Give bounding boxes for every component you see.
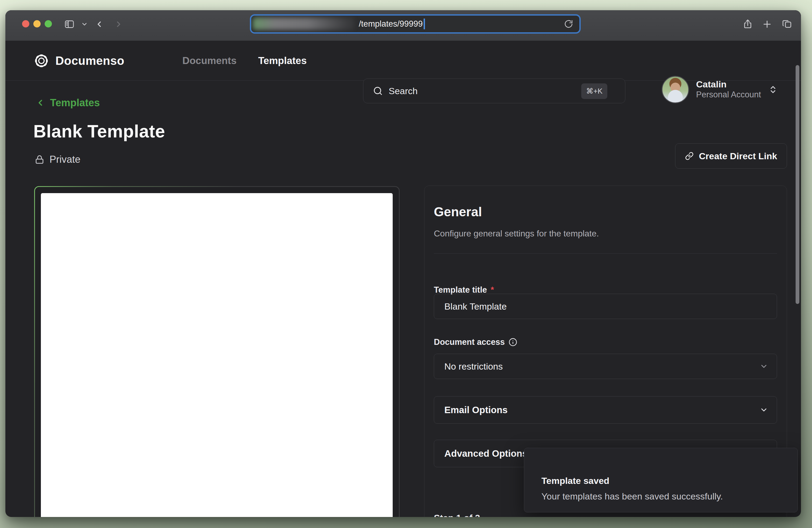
share-icon[interactable] xyxy=(742,18,753,31)
toast-notification: Template saved Your templates has been s… xyxy=(524,448,798,512)
template-title-field[interactable] xyxy=(434,294,777,319)
avatar xyxy=(662,76,689,103)
toast-message: Your templates has been saved successful… xyxy=(541,491,723,502)
forward-button-icon[interactable] xyxy=(114,18,123,31)
address-bar[interactable]: /templates/99999 xyxy=(250,14,581,34)
chevron-down-icon xyxy=(759,406,768,414)
documenso-logo-icon xyxy=(33,53,49,69)
browser-window: /templates/99999 xyxy=(5,10,801,517)
search-input[interactable]: Search ⌘+K xyxy=(363,78,625,103)
browser-toolbar: /templates/99999 xyxy=(5,10,801,41)
nav-templates[interactable]: Templates xyxy=(258,41,307,81)
nav-documents[interactable]: Documents xyxy=(182,41,236,81)
back-button-icon[interactable] xyxy=(95,18,104,31)
tab-overview-icon[interactable] xyxy=(782,18,792,31)
chevron-left-icon xyxy=(35,98,45,107)
toast-title: Template saved xyxy=(541,475,609,486)
visibility-status: Private xyxy=(35,154,81,165)
breadcrumb-label: Templates xyxy=(50,97,100,109)
panel-title: General xyxy=(434,204,482,219)
lock-icon xyxy=(35,155,44,164)
document-access-label: Document access xyxy=(434,337,517,347)
panel-divider xyxy=(434,253,777,254)
advanced-options-label: Advanced Options xyxy=(434,448,527,459)
chevron-down-icon xyxy=(759,362,768,371)
search-icon xyxy=(373,86,383,96)
breadcrumb[interactable]: Templates xyxy=(35,96,100,110)
url-text: /templates/99999 xyxy=(359,16,425,32)
sidebar-menu-chevron-down-icon[interactable] xyxy=(78,18,90,31)
brand[interactable]: Documenso xyxy=(33,41,124,81)
blank-pdf-page xyxy=(41,193,393,517)
create-direct-link-button[interactable]: Create Direct Link xyxy=(675,143,787,168)
link-icon xyxy=(685,152,694,160)
page-title: Blank Template xyxy=(33,121,165,142)
new-tab-icon[interactable] xyxy=(762,18,772,31)
document-access-select[interactable]: No restrictions xyxy=(434,354,777,379)
step-indicator: Step 1 of 3 xyxy=(434,513,480,517)
document-access-value: No restrictions xyxy=(434,361,503,372)
template-title-input[interactable] xyxy=(434,301,777,312)
desktop: /templates/99999 xyxy=(0,0,812,528)
search-shortcut-badge: ⌘+K xyxy=(581,83,607,99)
document-preview-card xyxy=(34,186,400,517)
panel-description: Configure general settings for the templ… xyxy=(434,229,599,238)
info-icon[interactable] xyxy=(509,338,517,347)
minimize-window-button[interactable] xyxy=(33,20,41,27)
visibility-label: Private xyxy=(49,154,81,165)
email-options-label: Email Options xyxy=(434,405,508,415)
zoom-window-button[interactable] xyxy=(45,20,52,27)
chevrons-up-down-icon xyxy=(768,85,778,94)
account-menu[interactable]: Catalin Personal Account xyxy=(662,75,788,104)
close-window-button[interactable] xyxy=(22,20,29,27)
required-marker: * xyxy=(491,285,494,295)
create-direct-link-label: Create Direct Link xyxy=(699,151,777,161)
url-redacted-blur xyxy=(253,17,354,30)
search-placeholder: Search xyxy=(389,86,418,96)
text-caret xyxy=(424,18,425,29)
brand-name: Documenso xyxy=(55,54,124,68)
sidebar-toggle-icon[interactable] xyxy=(64,18,75,31)
user-account-type: Personal Account xyxy=(696,90,761,100)
scrollbar-thumb[interactable] xyxy=(796,65,799,304)
app-header: Documenso Documents Templates Search ⌘+K… xyxy=(5,41,801,81)
email-options-section[interactable]: Email Options xyxy=(434,396,777,424)
reload-icon[interactable] xyxy=(563,18,575,30)
user-name: Catalin xyxy=(696,79,761,90)
template-title-label: Template title* xyxy=(434,285,494,295)
